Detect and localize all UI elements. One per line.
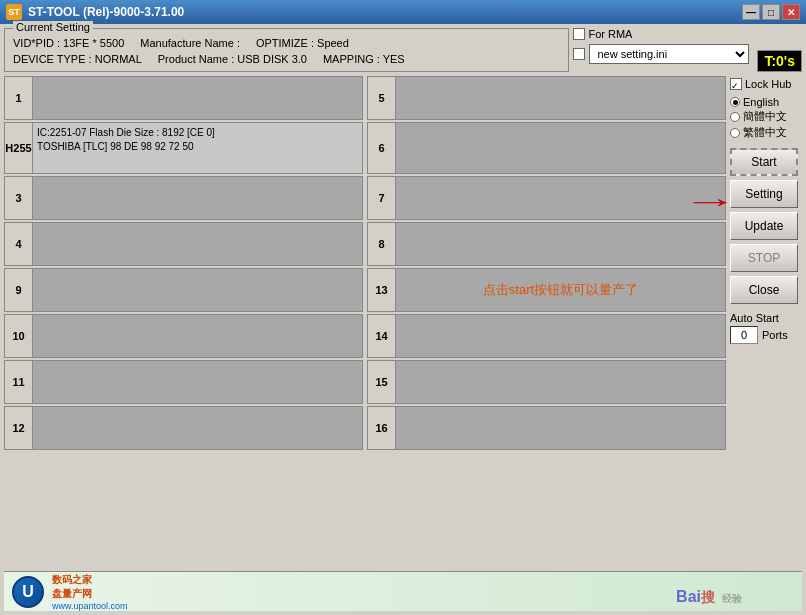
setting-file-container: new setting.ini [573, 44, 749, 64]
port-num-14[interactable]: 14 [367, 314, 395, 358]
port-row-8: 8 [367, 222, 726, 266]
port-num-6[interactable]: 6 [367, 122, 395, 174]
ports-input[interactable]: 0 [730, 326, 758, 344]
port-display-4 [32, 222, 363, 266]
port-column-left: 1 H255 IC:2251-07 Flash Die Size : 8192 … [4, 76, 363, 567]
port-display-1 [32, 76, 363, 120]
port-num-12[interactable]: 12 [4, 406, 32, 450]
port-row-12: 12 [4, 406, 363, 450]
port-display-8 [395, 222, 726, 266]
setting-button[interactable]: Setting [730, 180, 798, 208]
manufacture-name: Manufacture Name : [140, 37, 240, 49]
port-row-11: 11 [4, 360, 363, 404]
simplified-label: 簡體中文 [743, 109, 787, 124]
for-rma-checkbox[interactable]: For RMA [573, 28, 632, 40]
port-num-1[interactable]: 1 [4, 76, 32, 120]
u-icon: U [12, 576, 44, 608]
product-name: Product Name : USB DISK 3.0 [158, 53, 307, 65]
t0s-badge: T:0's [757, 50, 802, 72]
watermark-brand1: 数码之家 [52, 573, 128, 587]
port-num-4[interactable]: 4 [4, 222, 32, 266]
top-right: For RMA new setting.ini [573, 28, 753, 64]
bottom-bar: U 数码之家 盘量产网 www.upantool.com Bai搜 经验 [4, 571, 802, 611]
port-display-11 [32, 360, 363, 404]
app-icon: ST [6, 4, 22, 20]
setting-file-checkbox[interactable] [573, 48, 585, 60]
close-button[interactable]: Close [730, 276, 798, 304]
for-rma-row: For RMA [573, 28, 632, 40]
close-window-button[interactable]: ✕ [782, 4, 800, 20]
ports-row: 0 Ports [730, 326, 802, 344]
setting-file-dropdown[interactable]: new setting.ini [589, 44, 749, 64]
mapping: MAPPING : YES [323, 53, 405, 65]
port-num-9[interactable]: 9 [4, 268, 32, 312]
stop-button[interactable]: STOP [730, 244, 798, 272]
simplified-radio[interactable]: 簡體中文 [730, 109, 802, 124]
title-bar-left: ST ST-TOOL (Rel)-9000-3.71.00 [6, 4, 184, 20]
port-row-14: 14 [367, 314, 726, 358]
port-num-h255[interactable]: H255 [4, 122, 32, 174]
port-display-h255: IC:2251-07 Flash Die Size : 8192 [CE 0]T… [32, 122, 363, 174]
for-rma-label: For RMA [588, 28, 632, 40]
port-display-16 [395, 406, 726, 450]
port-display-15 [395, 360, 726, 404]
port-display-13: 点击start按钮就可以量产了 [395, 268, 726, 312]
port-row-15: 15 [367, 360, 726, 404]
title-text: ST-TOOL (Rel)-9000-3.71.00 [28, 5, 184, 19]
lock-hub-row: ✓ Lock Hub [730, 76, 802, 92]
port-grid: 1 H255 IC:2251-07 Flash Die Size : 8192 … [4, 76, 726, 567]
english-radio[interactable]: English [730, 96, 802, 108]
port-num-7[interactable]: 7 [367, 176, 395, 220]
lock-hub-checkbox-box[interactable]: ✓ [730, 78, 742, 90]
port-column-right: 5 6 7 8 13 点击start按钮就可以量产了 [367, 76, 726, 567]
setting-row-1: VID*PID : 13FE * 5500 Manufacture Name :… [13, 37, 560, 49]
main-window: Current Setting VID*PID : 13FE * 5500 Ma… [0, 24, 806, 615]
port-num-3[interactable]: 3 [4, 176, 32, 220]
auto-start-section: Auto Start 0 Ports [730, 312, 802, 344]
english-label: English [743, 96, 779, 108]
port-row-7: 7 [367, 176, 726, 220]
port-display-14 [395, 314, 726, 358]
update-button[interactable]: Update [730, 212, 798, 240]
port-row-9: 9 [4, 268, 363, 312]
port-display-3 [32, 176, 363, 220]
auto-start-label: Auto Start [730, 312, 802, 324]
port-row-1: 1 [4, 76, 363, 120]
baidu-watermark: Bai搜 经验 [676, 586, 742, 607]
current-setting-group: Current Setting VID*PID : 13FE * 5500 Ma… [4, 28, 569, 72]
start-button[interactable]: Start [730, 148, 798, 176]
for-rma-checkbox-box[interactable] [573, 28, 585, 40]
traditional-radio[interactable]: 繁體中文 [730, 125, 802, 140]
content-wrapper: 1 H255 IC:2251-07 Flash Die Size : 8192 … [4, 76, 802, 567]
port-display-9 [32, 268, 363, 312]
vid-pid: VID*PID : 13FE * 5500 [13, 37, 124, 49]
port-display-12 [32, 406, 363, 450]
lock-hub-checkbox[interactable]: ✓ Lock Hub [730, 78, 791, 90]
title-bar: ST ST-TOOL (Rel)-9000-3.71.00 — □ ✕ [0, 0, 806, 24]
port-num-10[interactable]: 10 [4, 314, 32, 358]
port-num-15[interactable]: 15 [367, 360, 395, 404]
english-radio-btn[interactable] [730, 97, 740, 107]
port-row-4: 4 [4, 222, 363, 266]
language-group: English 簡體中文 繁體中文 [730, 96, 802, 140]
traditional-radio-btn[interactable] [730, 128, 740, 138]
watermark-brand2: 盘量产网 [52, 587, 128, 601]
port-row-6: 6 [367, 122, 726, 174]
port-row-5: 5 [367, 76, 726, 120]
port-num-8[interactable]: 8 [367, 222, 395, 266]
watermark-url: www.upantool.com [52, 601, 128, 611]
ports-label: Ports [762, 329, 788, 341]
port-display-10 [32, 314, 363, 358]
minimize-button[interactable]: — [742, 4, 760, 20]
port-num-5[interactable]: 5 [367, 76, 395, 120]
port-num-16[interactable]: 16 [367, 406, 395, 450]
port-row-3: 3 [4, 176, 363, 220]
simplified-radio-btn[interactable] [730, 112, 740, 122]
port-num-13[interactable]: 13 [367, 268, 395, 312]
current-setting-label: Current Setting [13, 21, 93, 33]
title-controls: — □ ✕ [742, 4, 800, 20]
port-row-16: 16 [367, 406, 726, 450]
port-row-10: 10 [4, 314, 363, 358]
maximize-button[interactable]: □ [762, 4, 780, 20]
port-num-11[interactable]: 11 [4, 360, 32, 404]
